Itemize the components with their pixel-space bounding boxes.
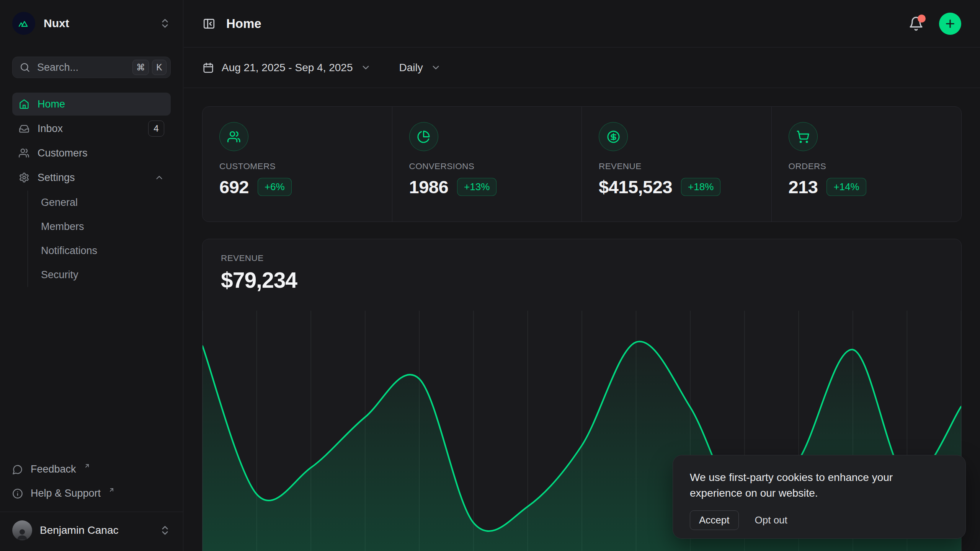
stat-customers[interactable]: CUSTOMERS 692 +6% — [203, 107, 392, 222]
stats-card: CUSTOMERS 692 +6% CONVERSIONS 1986 +13% — [202, 106, 962, 222]
sidebar-item-members[interactable]: Members — [41, 215, 171, 239]
user-section: Benjamin Canac — [0, 512, 183, 551]
help-support-label: Help & Support — [31, 487, 101, 499]
kbd-cmd: ⌘ — [132, 60, 149, 75]
help-support-link[interactable]: Help & Support — [12, 481, 171, 505]
plus-icon — [944, 18, 956, 30]
user-menu[interactable]: Benjamin Canac — [12, 518, 171, 543]
info-circle-icon — [12, 488, 23, 499]
optout-cookies-button[interactable]: Opt out — [755, 514, 787, 526]
stat-conversions[interactable]: CONVERSIONS 1986 +13% — [392, 107, 582, 222]
page-title: Home — [226, 16, 261, 31]
chevron-down-icon — [361, 62, 371, 73]
dollar-circle-icon — [599, 122, 628, 151]
sidebar-item-label: Home — [38, 98, 65, 110]
granularity-select[interactable]: Daily — [399, 62, 441, 74]
date-range-label: Aug 21, 2025 - Sep 4, 2025 — [222, 62, 353, 74]
sidebar-item-home[interactable]: Home — [12, 93, 171, 116]
sidebar-item-label: Inbox — [38, 123, 63, 135]
filters-toolbar: Aug 21, 2025 - Sep 4, 2025 Daily — [184, 47, 980, 88]
stat-orders[interactable]: ORDERS 213 +14% — [772, 107, 962, 222]
team-switcher[interactable]: Nuxt — [12, 11, 171, 35]
stat-delta-badge: +6% — [258, 178, 292, 196]
settings-subnav: General Members Notifications Security — [28, 191, 171, 287]
inbox-count-badge: 4 — [148, 121, 164, 137]
stat-value: 213 — [789, 176, 818, 197]
search-input[interactable]: Search... ⌘ K — [12, 57, 171, 78]
stat-revenue[interactable]: REVENUE $415,523 +18% — [582, 107, 772, 222]
updown-chevrons-icon — [159, 18, 171, 29]
cookie-consent-toast: We use first-party cookies to enhance yo… — [673, 455, 966, 539]
calendar-icon — [203, 62, 214, 73]
sidebar-spacer — [0, 287, 183, 457]
kbd-k: K — [152, 60, 167, 75]
revenue-chart-value: $79,234 — [221, 267, 943, 293]
message-circle-icon — [12, 464, 23, 475]
page-header: Home — [184, 0, 980, 47]
sidebar-item-customers[interactable]: Customers — [12, 142, 171, 165]
nuxt-logo-icon — [12, 12, 35, 35]
accept-cookies-button[interactable]: Accept — [690, 510, 739, 530]
sidebar-item-inbox[interactable]: Inbox 4 — [12, 117, 171, 140]
collapse-sidebar-button[interactable] — [203, 17, 216, 30]
sidebar-item-settings[interactable]: Settings — [12, 166, 171, 189]
feedback-label: Feedback — [31, 463, 76, 475]
notification-dot — [918, 15, 926, 23]
sidebar-item-label: Settings — [38, 172, 75, 184]
stat-label: CUSTOMERS — [219, 161, 375, 171]
sidebar-item-general[interactable]: General — [41, 191, 171, 215]
stat-value: 1986 — [409, 176, 449, 197]
sidebar-item-security[interactable]: Security — [41, 263, 171, 287]
users-icon — [219, 122, 248, 151]
date-range-picker[interactable]: Aug 21, 2025 - Sep 4, 2025 — [203, 62, 371, 74]
revenue-chart-label: REVENUE — [221, 253, 943, 263]
add-button[interactable] — [939, 13, 961, 35]
stat-delta-badge: +13% — [457, 178, 497, 196]
stat-value: $415,523 — [599, 176, 672, 197]
search-icon — [20, 62, 30, 73]
pie-chart-icon — [409, 122, 438, 151]
gear-icon — [19, 172, 29, 183]
sidebar-item-notifications[interactable]: Notifications — [41, 239, 171, 263]
updown-chevrons-icon — [159, 525, 171, 536]
search-placeholder: Search... — [37, 62, 78, 73]
external-link-arrow-icon — [84, 463, 90, 469]
users-icon — [19, 148, 29, 158]
user-name: Benjamin Canac — [40, 524, 118, 536]
stat-label: ORDERS — [789, 161, 945, 171]
chevron-down-icon — [431, 62, 441, 73]
sidebar-footer: Feedback Help & Support — [0, 457, 183, 505]
home-icon — [19, 99, 29, 109]
sidebar-item-label: Customers — [38, 147, 88, 159]
sidebar-nav: Home Inbox 4 Customers Settings Ge — [0, 93, 183, 287]
inbox-icon — [19, 123, 29, 134]
cookie-message: We use first-party cookies to enhance yo… — [690, 469, 920, 501]
cart-icon — [789, 122, 818, 151]
feedback-link[interactable]: Feedback — [12, 457, 171, 481]
stat-delta-badge: +18% — [681, 178, 720, 196]
team-name: Nuxt — [44, 17, 69, 30]
stat-label: REVENUE — [599, 161, 755, 171]
stat-label: CONVERSIONS — [409, 161, 565, 171]
stat-value: 692 — [219, 176, 249, 197]
external-link-arrow-icon — [108, 487, 115, 493]
notifications-button[interactable] — [908, 16, 924, 31]
granularity-label: Daily — [399, 62, 423, 74]
stat-delta-badge: +14% — [826, 178, 866, 196]
chevron-up-icon — [154, 173, 164, 183]
sidebar: Nuxt Search... ⌘ K Home — [0, 0, 183, 551]
avatar — [12, 520, 32, 540]
